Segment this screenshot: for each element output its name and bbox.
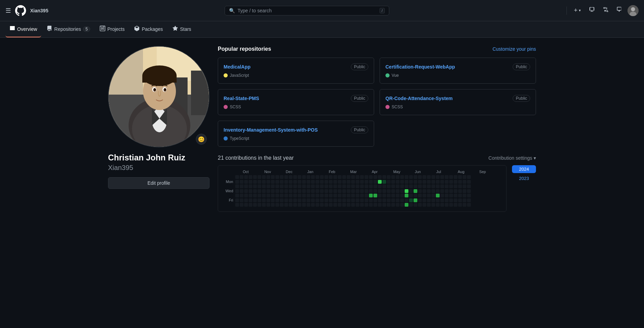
contrib-cell[interactable] <box>320 184 324 188</box>
contrib-cell[interactable] <box>463 184 466 188</box>
contrib-cell[interactable] <box>329 198 333 202</box>
contrib-cell[interactable] <box>338 175 342 179</box>
contrib-cell[interactable] <box>391 198 395 202</box>
contrib-cell[interactable] <box>262 184 266 188</box>
contrib-cell[interactable] <box>338 184 342 188</box>
contrib-cell[interactable] <box>338 203 342 207</box>
contrib-cell[interactable] <box>356 189 359 193</box>
contrib-cell[interactable] <box>307 189 310 193</box>
contrib-cell[interactable] <box>342 184 346 188</box>
contrib-cell[interactable] <box>311 194 315 197</box>
contrib-cell[interactable] <box>382 180 386 184</box>
contrib-cell[interactable] <box>329 184 333 188</box>
contrib-cell[interactable] <box>449 184 453 188</box>
contrib-cell[interactable] <box>266 184 270 188</box>
contrib-cell[interactable] <box>249 203 252 207</box>
contrib-cell[interactable] <box>271 198 275 202</box>
contrib-cell[interactable] <box>414 203 417 207</box>
contrib-cell[interactable] <box>324 194 328 197</box>
contrib-cell[interactable] <box>373 203 377 207</box>
contrib-cell[interactable] <box>373 180 377 184</box>
contrib-cell[interactable] <box>396 203 399 207</box>
contrib-cell[interactable] <box>307 180 310 184</box>
contrib-cell[interactable] <box>324 180 328 184</box>
contrib-cell[interactable] <box>253 175 257 179</box>
contrib-cell[interactable] <box>454 198 457 202</box>
contrib-cell[interactable] <box>463 180 466 184</box>
contrib-cell[interactable] <box>440 189 444 193</box>
contrib-cell[interactable] <box>454 194 457 197</box>
contrib-cell[interactable] <box>365 203 368 207</box>
contrib-cell[interactable] <box>431 184 435 188</box>
contrib-cell[interactable] <box>445 175 449 179</box>
contrib-cell[interactable] <box>422 203 426 207</box>
contrib-cell[interactable] <box>458 175 462 179</box>
contrib-cell[interactable] <box>445 194 449 197</box>
contrib-cell[interactable] <box>454 189 457 193</box>
contrib-cell[interactable] <box>235 184 239 188</box>
contrib-cell[interactable] <box>235 194 239 197</box>
contrib-cell[interactable] <box>391 194 395 197</box>
contrib-cell[interactable] <box>449 194 453 197</box>
contrib-cell[interactable] <box>240 203 243 207</box>
contrib-cell[interactable] <box>378 198 382 202</box>
contrib-cell[interactable] <box>400 175 404 179</box>
add-button[interactable]: + ▾ <box>571 5 584 15</box>
topnav-username[interactable]: Xian395 <box>30 8 48 13</box>
contrib-cell[interactable] <box>266 203 270 207</box>
contrib-cell[interactable] <box>400 180 404 184</box>
contrib-cell[interactable] <box>320 194 324 197</box>
contrib-cell[interactable] <box>436 198 440 202</box>
contrib-cell[interactable] <box>382 203 386 207</box>
contrib-cell[interactable] <box>422 198 426 202</box>
contrib-cell[interactable] <box>382 184 386 188</box>
contrib-cell[interactable] <box>440 198 444 202</box>
contrib-cell[interactable] <box>284 189 288 193</box>
contrib-cell[interactable] <box>436 189 440 193</box>
contrib-cell[interactable] <box>405 203 408 207</box>
contrib-cell[interactable] <box>396 194 399 197</box>
contrib-cell[interactable] <box>333 184 337 188</box>
contrib-cell[interactable] <box>365 189 368 193</box>
contrib-cell[interactable] <box>249 175 252 179</box>
contrib-cell[interactable] <box>409 198 413 202</box>
contrib-cell[interactable] <box>351 198 355 202</box>
contrib-cell[interactable] <box>387 189 391 193</box>
contrib-cell[interactable] <box>329 194 333 197</box>
contrib-cell[interactable] <box>369 203 373 207</box>
contrib-cell[interactable] <box>289 189 293 193</box>
contrib-cell[interactable] <box>342 180 346 184</box>
contrib-cell[interactable] <box>382 194 386 197</box>
contrib-cell[interactable] <box>266 198 270 202</box>
contrib-cell[interactable] <box>302 194 306 197</box>
contrib-cell[interactable] <box>271 180 275 184</box>
contrib-cell[interactable] <box>280 175 284 179</box>
contrib-cell[interactable] <box>458 189 462 193</box>
contrib-cell[interactable] <box>373 175 377 179</box>
contrib-cell[interactable] <box>329 180 333 184</box>
contrib-cell[interactable] <box>262 194 266 197</box>
contrib-cell[interactable] <box>275 198 279 202</box>
github-logo[interactable] <box>15 5 26 16</box>
contrib-cell[interactable] <box>347 180 350 184</box>
contrib-cell[interactable] <box>373 198 377 202</box>
contrib-cell[interactable] <box>369 194 373 197</box>
contrib-cell[interactable] <box>387 175 391 179</box>
contrib-cell[interactable] <box>414 180 417 184</box>
contrib-cell[interactable] <box>271 194 275 197</box>
contrib-cell[interactable] <box>409 175 413 179</box>
contrib-cell[interactable] <box>360 203 364 207</box>
contrib-cell[interactable] <box>405 175 408 179</box>
contrib-cell[interactable] <box>449 175 453 179</box>
contrib-cell[interactable] <box>400 194 404 197</box>
contrib-cell[interactable] <box>240 175 243 179</box>
contrib-cell[interactable] <box>284 194 288 197</box>
contrib-cell[interactable] <box>235 180 239 184</box>
contrib-cell[interactable] <box>400 189 404 193</box>
contrib-cell[interactable] <box>333 194 337 197</box>
contrib-cell[interactable] <box>311 198 315 202</box>
contrib-cell[interactable] <box>266 189 270 193</box>
contrib-cell[interactable] <box>244 198 248 202</box>
contrib-cell[interactable] <box>436 203 440 207</box>
contrib-cell[interactable] <box>320 189 324 193</box>
